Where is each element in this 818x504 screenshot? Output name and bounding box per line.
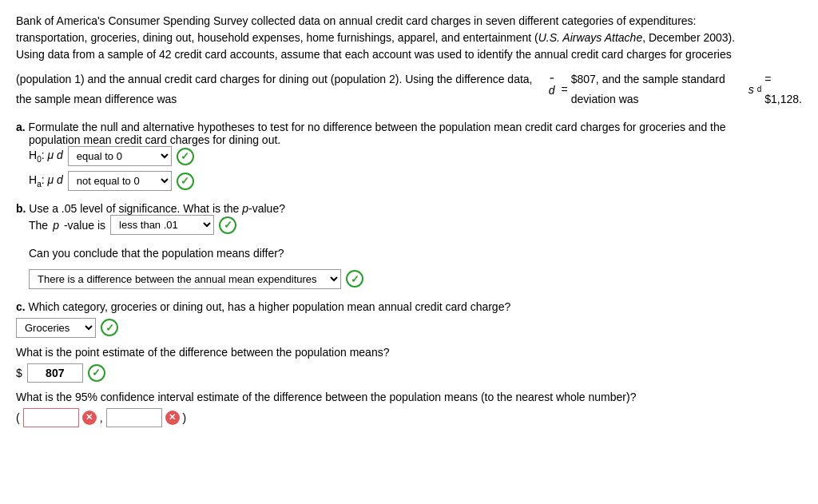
ci-upper-input[interactable] (106, 408, 162, 427)
conclude-select[interactable]: There is a difference between the annual… (29, 269, 341, 289)
intro-line3: Using data from a sample of 42 credit ca… (16, 48, 732, 61)
conclude-q-text: Can you conclude that the population mea… (29, 247, 284, 260)
ci-lower-x-icon[interactable]: ✕ (82, 411, 97, 425)
h0-label: H0: μ d (29, 149, 63, 164)
h0-check-icon: ✓ (177, 148, 194, 165)
formula-line4: (population 1) and the annual credit car… (16, 69, 542, 109)
ci-question: What is the 95% confidence interval esti… (16, 391, 802, 403)
part-b-q-end: -value? (248, 202, 285, 215)
part-a-label: a. (16, 121, 26, 133)
pvalue-text: -value is (64, 219, 105, 232)
ci-q-text: What is the 95% confidence interval esti… (16, 391, 636, 403)
ci-close-paren: ) (183, 411, 187, 424)
ha-check-icon: ✓ (177, 173, 194, 190)
part-c-section: c. Which category, groceries or dining o… (16, 300, 802, 427)
part-b-q1: Use a .05 level of significance. What is… (29, 202, 239, 215)
intro-line1: Bank of America's Consumer Spending Surv… (16, 14, 696, 27)
sd-sub: d (757, 82, 762, 97)
point-estimate-section: What is the point estimate of the differ… (16, 346, 802, 383)
groceries-select[interactable]: Groceries Dining out (16, 318, 96, 338)
intro-italic: U.S. Airways Attache (538, 31, 642, 44)
point-q-text: What is the point estimate of the differ… (16, 346, 389, 359)
part-c-q: Which category, groceries or dining out,… (29, 300, 511, 313)
formula-paragraph: (population 1) and the annual credit car… (16, 69, 802, 109)
ci-row: ( ✕ , ✕ ) (16, 408, 802, 427)
part-b-question: b. Use a .05 level of significance. What… (16, 202, 802, 215)
part-c-label: c. (16, 300, 26, 313)
formula-value: $807, and the sample standard deviation … (571, 69, 745, 109)
groceries-check-icon: ✓ (101, 319, 118, 336)
ci-open-paren: ( (16, 411, 20, 424)
part-a-section: a. Formulate the null and alternative hy… (16, 121, 802, 191)
part-a-question: a. Formulate the null and alternative hy… (16, 121, 802, 146)
equals-sign: = (562, 80, 568, 100)
part-b-section: b. Use a .05 level of significance. What… (16, 202, 802, 288)
pvalue-p-italic: p (53, 219, 59, 232)
h0-row: H0: μ d equal to 0 less than 0 greater t… (29, 146, 802, 166)
conclude-row: There is a difference between the annual… (29, 269, 802, 289)
ci-section: What is the 95% confidence interval esti… (16, 391, 802, 427)
sd-label: s (749, 80, 754, 100)
ha-select[interactable]: equal to 0 less than 0 greater than 0 no… (68, 171, 172, 191)
intro-line2-end: , December 2003). (642, 31, 735, 44)
ci-upper-x-icon[interactable]: ✕ (165, 411, 180, 425)
point-estimate-check-icon: ✓ (88, 364, 105, 382)
part-a-q1: Formulate the null and alternative hypot… (29, 121, 726, 133)
groceries-row: Groceries Dining out ✓ (16, 318, 802, 338)
part-b-p-italic: p (242, 202, 248, 215)
h0-select[interactable]: equal to 0 less than 0 greater than 0 no… (68, 146, 172, 166)
dollar-sign: $ (16, 367, 22, 379)
ci-comma: , (100, 411, 103, 424)
pvalue-select[interactable]: less than .01 .01 to .025 .025 to .05 gr… (110, 215, 214, 235)
point-estimate-input[interactable] (27, 363, 83, 383)
part-c-question: c. Which category, groceries or dining o… (16, 300, 802, 313)
intro-line2: transportation, groceries, dining out, h… (16, 31, 538, 44)
ha-row: Ha: μ d equal to 0 less than 0 greater t… (29, 171, 802, 191)
d-bar-symbol: d ‾ (546, 79, 558, 101)
point-estimate-question: What is the point estimate of the differ… (16, 346, 802, 359)
point-estimate-row: $ ✓ (16, 363, 802, 383)
conclude-question: Can you conclude that the population mea… (29, 244, 802, 262)
part-b-label: b. (16, 202, 26, 215)
ci-lower-input[interactable] (23, 408, 79, 427)
part-a-q2: population mean credit card charges for … (29, 133, 280, 146)
intro-paragraph: Bank of America's Consumer Spending Surv… (16, 13, 802, 63)
pvalue-prefix: The (29, 219, 48, 232)
pvalue-row: The p-value is less than .01 .01 to .025… (29, 215, 802, 235)
conclude-check-icon: ✓ (346, 270, 363, 288)
pvalue-check-icon: ✓ (219, 216, 236, 234)
ha-label: Ha: μ d (29, 173, 63, 189)
sd-val: = $1,128. (764, 69, 802, 109)
